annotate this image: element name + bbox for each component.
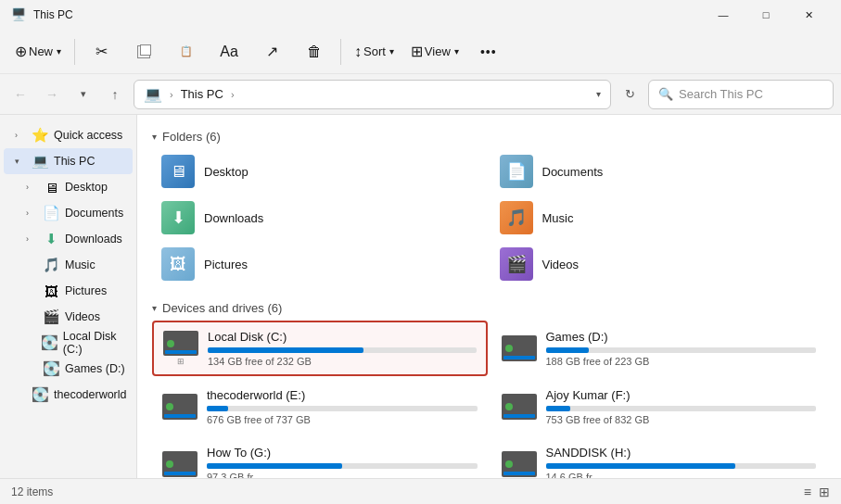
folder-pictures-icon: 🖼	[161, 247, 195, 281]
view-chevron: ▾	[454, 46, 459, 57]
recent-button[interactable]: ▾	[70, 82, 96, 107]
drive-howto-g-free: 97.3 GB fr...	[207, 472, 478, 478]
drive-thecoderworld-e-bar-bg	[207, 406, 478, 411]
drive-ajoy-f[interactable]: Ajoy Kumar (F:) 753 GB free of 832 GB	[491, 380, 827, 434]
drive-games-d-bar-fill	[546, 347, 590, 353]
view-button[interactable]: ⊞ View ▾	[403, 33, 466, 70]
drive-ajoy-f-bar-fill	[546, 406, 570, 411]
path-pc-icon: 💻	[144, 85, 162, 103]
new-label: New	[29, 44, 53, 58]
share-button[interactable]: ↗	[251, 33, 292, 70]
folder-desktop[interactable]: 🖥 Desktop	[152, 149, 489, 194]
main-layout: › ⭐ Quick access ▾ 💻 This PC › 🖥 Desktop…	[0, 115, 841, 478]
drive-thecoderworld-e-info: thecoderworld (E:) 676 GB free of 737 GB	[207, 388, 478, 425]
this-pc-icon: 💻	[32, 153, 48, 170]
folders-expand-arrow: ▾	[152, 132, 157, 142]
more-icon: •••	[480, 44, 497, 59]
sort-button[interactable]: ↕ Sort ▾	[347, 33, 401, 70]
folder-downloads[interactable]: ⬇ Downloads	[152, 195, 489, 240]
cut-button[interactable]: ✂	[81, 33, 121, 70]
grid-view-button[interactable]: ⊞	[819, 485, 830, 499]
sort-chevron: ▾	[389, 46, 394, 57]
drive-thecoderworld-e-bar-fill	[207, 406, 228, 411]
desktop-arrow: ›	[26, 183, 37, 192]
drive-howto-g-icon	[162, 447, 198, 478]
status-bar: 12 items ≡ ⊞	[0, 478, 841, 504]
drive-howto-g-name: How To (G:)	[207, 446, 478, 460]
back-button[interactable]: ←	[7, 82, 33, 107]
folder-videos[interactable]: 🎬 Videos	[491, 242, 827, 286]
folder-desktop-icon: 🖥	[161, 155, 195, 188]
folder-pictures[interactable]: 🖼 Pictures	[152, 242, 489, 286]
close-button[interactable]: ✕	[787, 0, 830, 30]
sidebar-item-games-d[interactable]: 💽 Games (D:)	[4, 356, 133, 382]
downloads-icon: ⬇	[43, 231, 59, 247]
new-button[interactable]: ⊕ New ▾	[7, 33, 69, 70]
paste-button[interactable]: 📋	[166, 33, 207, 70]
path-expand-icon: ▾	[596, 89, 601, 99]
sidebar-item-desktop[interactable]: › 🖥 Desktop	[4, 174, 133, 200]
drive-thecoderworld-e[interactable]: thecoderworld (E:) 676 GB free of 737 GB	[152, 380, 488, 434]
folder-music[interactable]: 🎵 Music	[491, 195, 827, 240]
drive-local-c-icon: ⊞	[163, 331, 198, 366]
title-bar: 🖥️ This PC — □ ✕	[0, 0, 841, 30]
rename-button[interactable]: Aa	[209, 33, 249, 70]
forward-button[interactable]: →	[39, 82, 65, 107]
sidebar-item-thecoderworld[interactable]: 💽 thecoderworld	[4, 382, 133, 408]
drive-ajoy-f-bar-bg	[546, 406, 817, 411]
sidebar-this-pc-label: This PC	[54, 155, 95, 168]
drive-thecoderworld-e-name: thecoderworld (E:)	[207, 388, 478, 402]
drive-sanddisk-h[interactable]: SANDDISK (H:) 14.6 GB fr...	[491, 437, 827, 478]
address-bar: ← → ▾ ↑ 💻 › This PC › ▾ ↻ 🔍 Search This …	[0, 74, 841, 115]
drive-games-d[interactable]: Games (D:) 188 GB free of 223 GB	[491, 321, 827, 376]
refresh-button[interactable]: ↻	[617, 82, 643, 107]
sidebar-item-documents[interactable]: › 📄 Documents	[4, 200, 133, 226]
drive-howto-g[interactable]: How To (G:) 97.3 GB fr...	[152, 437, 488, 478]
drive-local-c[interactable]: ⊞ Local Disk (C:) 134 GB free of 232 GB	[152, 321, 488, 376]
sidebar-item-pictures[interactable]: 🖼 Pictures	[4, 278, 133, 304]
copy-button[interactable]	[123, 33, 164, 70]
toolbar-separator-1	[74, 39, 75, 65]
sidebar-item-music[interactable]: 🎵 Music	[4, 252, 133, 278]
more-button[interactable]: •••	[468, 33, 509, 70]
drive-ajoy-f-icon	[502, 389, 537, 424]
address-path[interactable]: 💻 › This PC › ▾	[134, 80, 611, 109]
minimize-button[interactable]: —	[702, 0, 745, 30]
copy-icon	[137, 45, 150, 58]
path-separator-2: ›	[231, 89, 235, 100]
up-button[interactable]: ↑	[102, 82, 128, 107]
toolbar-separator-2	[340, 39, 341, 65]
sidebar-item-local-disk-c[interactable]: 💽 Local Disk (C:)	[4, 330, 133, 356]
devices-grid: ⊞ Local Disk (C:) 134 GB free of 232 GB	[152, 321, 826, 478]
sidebar-thecoderworld-label: thecoderworld	[54, 388, 127, 401]
drive-local-c-info: Local Disk (C:) 134 GB free of 232 GB	[208, 330, 477, 367]
delete-button[interactable]: 🗑	[294, 33, 335, 70]
sidebar-item-quick-access[interactable]: › ⭐ Quick access	[4, 122, 133, 148]
folder-music-icon: 🎵	[500, 201, 533, 234]
maximize-button[interactable]: □	[745, 0, 787, 30]
search-icon: 🔍	[658, 87, 673, 101]
sidebar-item-this-pc[interactable]: ▾ 💻 This PC	[4, 148, 133, 174]
drive-sanddisk-h-icon	[502, 447, 537, 478]
folder-downloads-icon: ⬇	[161, 201, 195, 234]
drive-ajoy-f-free: 753 GB free of 832 GB	[546, 414, 817, 425]
devices-section-header[interactable]: ▾ Devices and drives (6)	[152, 294, 826, 321]
drive-local-c-free: 134 GB free of 232 GB	[208, 356, 477, 367]
drive-games-d-bar-bg	[546, 347, 817, 353]
search-box[interactable]: 🔍 Search This PC	[648, 80, 834, 109]
status-view-icons: ≡ ⊞	[804, 485, 830, 499]
music-icon: 🎵	[43, 257, 59, 273]
list-view-button[interactable]: ≡	[804, 485, 811, 499]
folder-documents[interactable]: 📄 Documents	[491, 149, 827, 194]
sort-icon: ↕	[354, 44, 362, 60]
content-area: ▾ Folders (6) 🖥 Desktop 📄 Documents	[137, 115, 841, 478]
quick-access-icon: ⭐	[32, 127, 48, 144]
drive-local-c-bar-fill	[208, 347, 363, 353]
sidebar: › ⭐ Quick access ▾ 💻 This PC › 🖥 Desktop…	[0, 115, 137, 478]
cut-icon: ✂	[96, 43, 108, 60]
folders-section-header[interactable]: ▾ Folders (6)	[152, 122, 826, 149]
sidebar-pictures-label: Pictures	[65, 284, 107, 297]
folder-desktop-name: Desktop	[204, 165, 248, 179]
sidebar-item-downloads[interactable]: › ⬇ Downloads	[4, 226, 133, 252]
sidebar-item-videos[interactable]: 🎬 Videos	[4, 304, 133, 330]
